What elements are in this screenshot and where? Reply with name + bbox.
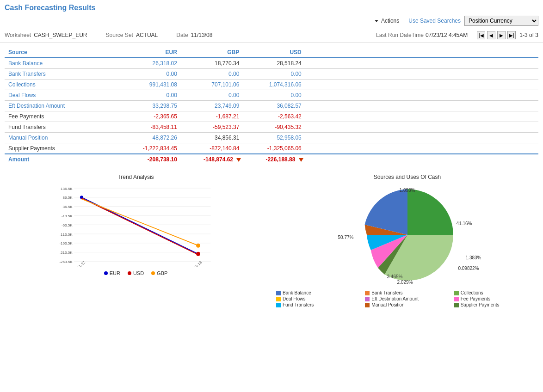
gbp-down-arrow-icon <box>236 158 241 162</box>
total-empty1 <box>305 154 383 165</box>
usd-value: -2,563.42 <box>243 111 305 122</box>
gbp-value: 23,749.09 <box>181 101 243 111</box>
svg-text:-263.5K: -263.5K <box>59 260 73 264</box>
svg-text:-163.5K: -163.5K <box>59 241 73 245</box>
source-set-label: Source Set <box>106 32 133 38</box>
worksheet-value: CASH_SWEEP_EUR <box>34 32 87 38</box>
source-label[interactable]: Manual Position <box>5 133 118 143</box>
empty-col2 <box>383 122 461 133</box>
empty-col2 <box>383 133 461 143</box>
svg-text:136.5K: 136.5K <box>61 187 73 191</box>
source-label[interactable]: Collections <box>5 80 118 90</box>
empty-col2 <box>383 111 461 122</box>
source-label[interactable]: Eft Destination Amount <box>5 101 118 111</box>
currency-dropdown[interactable]: Position Currency EUR GBP USD <box>464 16 538 26</box>
pie-legend-supplier-label: Supplier Payments <box>461 302 500 307</box>
gbp-value: 0.00 <box>181 69 243 80</box>
usd-value: 1,074,316.06 <box>243 80 305 90</box>
source-label[interactable]: Bank Balance <box>5 58 118 69</box>
eur-value: -83,458.11 <box>118 122 180 133</box>
pie-legend-fund: Fund Transfers <box>276 302 360 307</box>
empty-col3 <box>461 80 538 90</box>
source-set-meta: Source Set ACTUAL <box>106 32 158 38</box>
table-row: Bank Balance 26,318.02 18,770.34 28,518.… <box>5 58 538 69</box>
empty-col3 <box>461 90 538 101</box>
svg-text:2008-11-13: 2008-11-13 <box>186 260 203 267</box>
table-row: Deal Flows 0.00 0.00 0.00 <box>5 90 538 101</box>
usd-value: 36,082.57 <box>243 101 305 111</box>
last-run-label: Last Run DateTime <box>376 32 424 38</box>
page-title: Cash Forecasting Results <box>5 4 538 12</box>
svg-text:86.5K: 86.5K <box>63 196 73 200</box>
col-empty2 <box>383 47 461 58</box>
usd-value: 0.00 <box>243 69 305 80</box>
usd-down-arrow-icon <box>299 158 303 162</box>
pagination-text: 1-3 of 3 <box>519 32 538 38</box>
date-meta: Date 11/13/08 <box>176 32 212 38</box>
empty-col1 <box>305 90 383 101</box>
total-gbp-val: -148,874.62 <box>204 156 233 163</box>
legend-gbp: GBP <box>151 270 167 276</box>
usd-value: -1,325,065.06 <box>243 143 305 154</box>
pie-label-bank: 1.093% <box>400 188 415 193</box>
empty-col2 <box>383 90 461 101</box>
use-saved-searches-link[interactable]: Use Saved Searches <box>408 18 461 24</box>
empty-col1 <box>305 58 383 69</box>
last-run-value: 07/23/12 4:45AM <box>426 32 468 38</box>
pie-legend-bank-transfers-label: Bank Transfers <box>371 290 402 295</box>
table-row: Fee Payments -2,365.65 -1,687.21 -2,563.… <box>5 111 538 122</box>
pie-label-collections: 50.77% <box>338 235 354 240</box>
empty-col3 <box>461 58 538 69</box>
total-label: Amount <box>5 154 118 165</box>
pie-legend-fee: Fee Payments <box>454 296 538 301</box>
pie-label-manual: 1.383% <box>466 255 481 260</box>
pie-label-supplier: 0.09822% <box>458 266 479 271</box>
pie-legend-bank-transfers-color <box>365 291 370 295</box>
source-label[interactable]: Bank Transfers <box>5 69 118 80</box>
nav-first-button[interactable]: |◀ <box>477 31 485 39</box>
usd-value: 28,518.24 <box>243 58 305 69</box>
svg-text:36.5K: 36.5K <box>63 205 73 209</box>
usd-value: 0.00 <box>243 90 305 101</box>
pie-legend-collections-color <box>454 291 459 295</box>
pie-legend-deal-flows: Deal Flows <box>276 296 360 301</box>
total-empty2 <box>383 154 461 165</box>
empty-col2 <box>383 101 461 111</box>
total-gbp-cell: -148,874.62 <box>181 154 243 165</box>
empty-col2 <box>383 58 461 69</box>
col-empty1 <box>305 47 383 58</box>
nav-prev-button[interactable]: ◀ <box>487 31 495 39</box>
trend-chart-title: Trend Analysis <box>5 174 267 180</box>
currency-selector[interactable]: Position Currency EUR GBP USD <box>464 16 538 26</box>
gbp-value: 18,770.34 <box>181 58 243 69</box>
pie-legend-collections-label: Collections <box>461 290 483 295</box>
actions-button[interactable]: Actions <box>375 18 399 24</box>
main-table-container: Source EUR GBP USD Bank Balance 26,318.0… <box>0 43 543 169</box>
meta-row: Worksheet CASH_SWEEP_EUR Source Set ACTU… <box>0 28 543 43</box>
source-label[interactable]: Deal Flows <box>5 90 118 101</box>
nav-next-button[interactable]: ▶ <box>497 31 506 39</box>
empty-col3 <box>461 143 538 154</box>
col-usd: USD <box>243 47 305 58</box>
eur-value: 991,431.08 <box>118 80 180 90</box>
svg-text:-63.5K: -63.5K <box>62 223 73 227</box>
nav-last-button[interactable]: ▶| <box>507 31 516 39</box>
date-label: Date <box>176 32 188 38</box>
pie-legend-supplier-color <box>454 303 459 307</box>
total-usd-val: -226,188.88 <box>265 156 295 163</box>
legend-eur: EUR <box>104 270 120 276</box>
total-usd-cell: -226,188.88 <box>243 154 305 165</box>
eur-value: 0.00 <box>118 69 180 80</box>
svg-point-23 <box>196 244 200 248</box>
table-row: Collections 991,431.08 707,101.06 1,074,… <box>5 80 538 90</box>
pie-chart-container: Sources and Uses Of Cash <box>276 174 538 307</box>
pie-legend-fee-label: Fee Payments <box>461 296 490 301</box>
legend-usd: USD <box>128 270 144 276</box>
legend-gbp-label: GBP <box>157 270 167 276</box>
empty-col2 <box>383 80 461 90</box>
pie-chart-title: Sources and Uses Of Cash <box>276 174 538 180</box>
eur-value: 33,298.75 <box>118 101 180 111</box>
empty-col1 <box>305 133 383 143</box>
legend-eur-label: EUR <box>110 270 120 276</box>
pie-legend-bank-balance-label: Bank Balance <box>283 290 311 295</box>
